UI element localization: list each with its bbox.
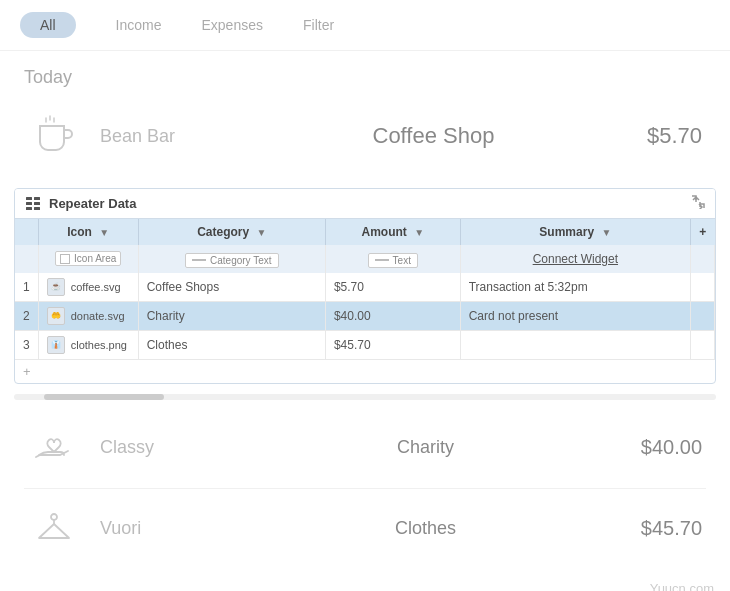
svg-rect-3 xyxy=(26,197,32,200)
th-category: Category ▼ xyxy=(138,219,325,245)
watermark: Yuucn.com xyxy=(0,577,730,592)
table-row[interactable]: 1☕coffee.svgCoffee Shops$5.70Transaction… xyxy=(15,273,715,302)
sub-category-text: Category Text xyxy=(138,245,325,273)
icon-col-arrow[interactable]: ▼ xyxy=(99,227,109,238)
sub-text: Text xyxy=(325,245,460,273)
sub-num xyxy=(15,245,38,273)
sub-header-row: Icon Area Category Text Text Co xyxy=(15,245,715,273)
amount-45-70: $45.70 xyxy=(641,517,702,540)
scrollbar-track[interactable] xyxy=(14,394,716,400)
row-num: 3 xyxy=(15,330,38,359)
amount-5-70: $5.70 xyxy=(647,123,702,149)
row-num: 1 xyxy=(15,273,38,302)
row-icon-cell: 🤲donate.svg xyxy=(38,301,138,330)
bottom-cards: Classy Charity $40.00 Vuori Clothes $45.… xyxy=(0,400,730,577)
repeater-section: Repeater Data Icon ▼ Category ▼ xyxy=(14,188,716,384)
tab-all[interactable]: All xyxy=(20,12,76,38)
category-clothes: Clothes xyxy=(230,518,621,539)
th-summary: Summary ▼ xyxy=(460,219,690,245)
row-summary: Transaction at 5:32pm xyxy=(460,273,690,302)
scrollbar-thumb[interactable] xyxy=(44,394,164,400)
th-row-num xyxy=(15,219,38,245)
row-extra xyxy=(691,301,715,330)
repeater-title: Repeater Data xyxy=(25,196,136,212)
merchant-bean-bar: Bean Bar xyxy=(100,126,220,147)
tab-filter[interactable]: Filter xyxy=(303,13,334,37)
summary-col-arrow[interactable]: ▼ xyxy=(601,227,611,238)
merchant-vuori: Vuori xyxy=(100,518,210,539)
svg-rect-8 xyxy=(34,207,40,210)
add-row-button[interactable]: + xyxy=(15,360,715,383)
amount-col-arrow[interactable]: ▼ xyxy=(414,227,424,238)
svg-rect-7 xyxy=(26,207,32,210)
row-category: Coffee Shops xyxy=(138,273,325,302)
row-extra xyxy=(691,330,715,359)
row-extra xyxy=(691,273,715,302)
bottom-card-vuori: Vuori Clothes $45.70 xyxy=(24,489,706,569)
sub-icon-area: Icon Area xyxy=(38,245,138,273)
table-row[interactable]: 3👔clothes.pngClothes$45.70 xyxy=(15,330,715,359)
row-num: 2 xyxy=(15,301,38,330)
row-amount: $40.00 xyxy=(325,301,460,330)
row-summary: Card not present xyxy=(460,301,690,330)
hanger-icon xyxy=(28,503,80,555)
row-amount: $45.70 xyxy=(325,330,460,359)
th-amount: Amount ▼ xyxy=(325,219,460,245)
today-label: Today xyxy=(24,67,706,88)
category-coffee-shop: Coffee Shop xyxy=(240,123,627,149)
svg-rect-5 xyxy=(26,202,32,205)
row-category: Charity xyxy=(138,301,325,330)
table-row[interactable]: 2🤲donate.svgCharity$40.00Card not presen… xyxy=(15,301,715,330)
repeater-title-text: Repeater Data xyxy=(49,196,136,211)
bottom-card-classy: Classy Charity $40.00 xyxy=(24,408,706,489)
row-amount: $5.70 xyxy=(325,273,460,302)
amount-40: $40.00 xyxy=(641,436,702,459)
row-summary xyxy=(460,330,690,359)
svg-rect-4 xyxy=(34,197,40,200)
category-charity: Charity xyxy=(230,437,621,458)
repeater-header: Repeater Data xyxy=(15,189,715,219)
row-icon-cell: ☕coffee.svg xyxy=(38,273,138,302)
repeater-table: Icon ▼ Category ▼ Amount ▼ Summary ▼ + xyxy=(15,219,715,360)
charity-icon xyxy=(28,422,80,474)
svg-rect-6 xyxy=(34,202,40,205)
category-col-arrow[interactable]: ▼ xyxy=(257,227,267,238)
today-section: Today Bean Bar Coffee Shop $5.70 xyxy=(0,51,730,178)
expand-icon[interactable] xyxy=(691,195,705,212)
tab-expenses[interactable]: Expenses xyxy=(201,13,262,37)
row-category: Clothes xyxy=(138,330,325,359)
coffee-icon xyxy=(28,110,80,162)
transaction-card-bean-bar: Bean Bar Coffee Shop $5.70 xyxy=(24,102,706,170)
row-icon-cell: 👔clothes.png xyxy=(38,330,138,359)
grid-icon xyxy=(25,196,41,212)
merchant-classy: Classy xyxy=(100,437,210,458)
th-icon: Icon ▼ xyxy=(38,219,138,245)
sub-connect-widget[interactable]: Connect Widget xyxy=(460,245,690,273)
tab-bar: All Income Expenses Filter xyxy=(0,0,730,51)
th-add-col[interactable]: + xyxy=(691,219,715,245)
sub-add-empty xyxy=(691,245,715,273)
tab-income[interactable]: Income xyxy=(116,13,162,37)
